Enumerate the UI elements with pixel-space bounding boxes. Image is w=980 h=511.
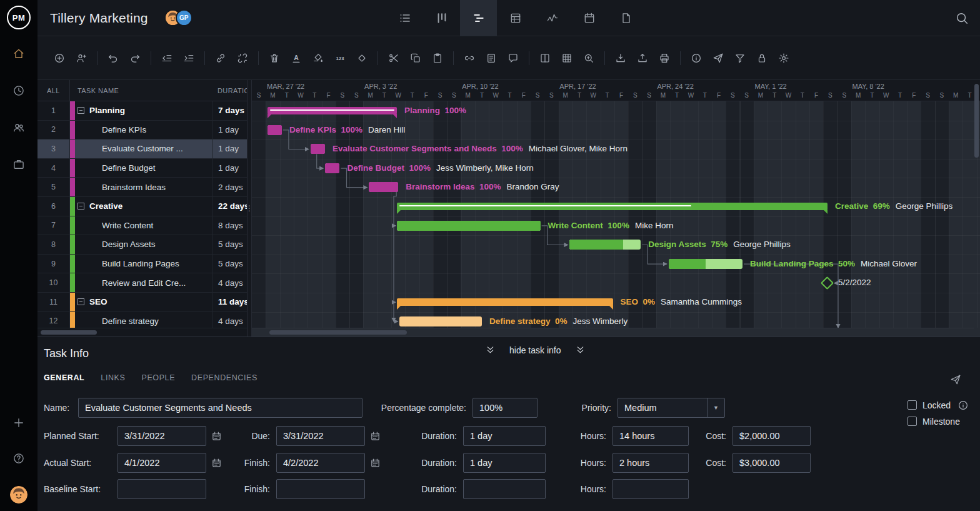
calendar-icon[interactable] bbox=[370, 428, 385, 443]
task-duration-cell[interactable]: 4 days bbox=[212, 273, 247, 292]
task-name-cell[interactable]: Evaluate Customer ... bbox=[75, 139, 212, 158]
table-row[interactable]: 3Evaluate Customer ...1 day bbox=[38, 139, 247, 159]
import-icon[interactable] bbox=[612, 50, 629, 66]
gantt-horizontal-scrollbar[interactable] bbox=[252, 328, 974, 336]
table-row[interactable]: 5Brainstorm Ideas2 days bbox=[38, 178, 247, 197]
task-name-input[interactable] bbox=[78, 398, 362, 418]
rail-home-icon[interactable] bbox=[11, 46, 27, 62]
table-row[interactable]: 11SEO11 days bbox=[38, 293, 247, 312]
task-name-cell[interactable]: Brainstorm Ideas bbox=[75, 178, 212, 196]
duration-input-row2[interactable] bbox=[463, 453, 546, 473]
activity-view-icon[interactable] bbox=[534, 0, 571, 36]
gantt-task-bar[interactable] bbox=[325, 163, 339, 173]
gantt-task-bar[interactable] bbox=[669, 259, 742, 269]
milestone-icon[interactable] bbox=[354, 50, 370, 66]
table-row[interactable]: 12Define strategy4 days bbox=[38, 312, 247, 328]
task-name-cell[interactable]: Creative bbox=[75, 197, 212, 216]
redo-icon[interactable] bbox=[127, 50, 143, 66]
table-row[interactable]: 9Build Landing Pages5 days bbox=[38, 255, 247, 274]
gantt-task-bar[interactable] bbox=[369, 182, 398, 192]
task-name-cell[interactable]: Write Content bbox=[75, 216, 212, 235]
board-view-icon[interactable] bbox=[423, 0, 460, 36]
indent-icon[interactable] bbox=[181, 50, 197, 66]
gantt-view-icon[interactable] bbox=[460, 0, 497, 36]
comment-icon[interactable] bbox=[505, 50, 521, 66]
task-name-cell[interactable]: Review and Edit Cre... bbox=[75, 273, 212, 292]
gantt-summary-bar[interactable] bbox=[397, 203, 828, 210]
rail-add-icon[interactable] bbox=[11, 415, 27, 431]
app-logo[interactable]: PM bbox=[7, 6, 31, 29]
gantt-scroll-thumb[interactable] bbox=[269, 330, 407, 335]
cost-input-row1[interactable] bbox=[732, 426, 811, 446]
rail-portfolio-icon[interactable] bbox=[11, 156, 27, 173]
duration-column-header[interactable]: DURATION bbox=[218, 80, 247, 101]
cost-input-row2[interactable] bbox=[732, 453, 811, 473]
finish-input-row3[interactable] bbox=[276, 479, 365, 499]
task-duration-cell[interactable]: 1 day bbox=[212, 121, 247, 139]
link-tasks-icon[interactable] bbox=[212, 50, 229, 66]
rail-team-icon[interactable] bbox=[11, 119, 27, 136]
fill-color-icon[interactable] bbox=[310, 50, 326, 66]
columns-icon[interactable] bbox=[537, 50, 553, 66]
user-avatar[interactable] bbox=[10, 486, 28, 503]
table-scroll-thumb[interactable] bbox=[41, 330, 97, 335]
gantt-task-bar[interactable] bbox=[311, 144, 325, 154]
rail-help-icon[interactable] bbox=[11, 450, 27, 467]
table-row[interactable]: 10Review and Edit Cre...4 days bbox=[38, 273, 247, 293]
task-duration-cell[interactable]: 8 days bbox=[212, 216, 247, 235]
task-duration-cell[interactable]: 7 days bbox=[212, 101, 247, 120]
tab-dependencies[interactable]: DEPENDENCIES bbox=[191, 373, 258, 382]
unlink-tasks-icon[interactable] bbox=[234, 50, 251, 66]
due-input-row1[interactable] bbox=[276, 426, 365, 446]
collapse-icon[interactable] bbox=[78, 107, 84, 114]
lock-icon[interactable] bbox=[754, 50, 770, 66]
calendar-view-icon[interactable] bbox=[571, 0, 608, 36]
outdent-icon[interactable] bbox=[159, 50, 175, 66]
filter-all-button[interactable]: ALL bbox=[38, 80, 70, 101]
task-duration-cell[interactable]: 11 days bbox=[212, 293, 247, 311]
table-row[interactable]: 2Define KPIs1 day bbox=[38, 121, 247, 140]
paste-icon[interactable] bbox=[429, 50, 446, 66]
settings-icon[interactable] bbox=[776, 50, 792, 66]
task-duration-cell[interactable]: 5 days bbox=[212, 255, 247, 273]
task-name-cell[interactable]: Define strategy bbox=[75, 312, 212, 328]
calendar-icon[interactable] bbox=[370, 455, 385, 470]
filter-icon[interactable] bbox=[732, 50, 748, 66]
task-name-cell[interactable]: Define KPIs bbox=[75, 121, 212, 139]
export-icon[interactable] bbox=[634, 50, 651, 66]
send-plane-icon[interactable] bbox=[950, 372, 965, 387]
planned-start-input-row1[interactable] bbox=[118, 426, 206, 446]
panel-splitter-handle[interactable]: ⋮ bbox=[247, 80, 252, 336]
rail-clock-icon[interactable] bbox=[11, 83, 27, 99]
tab-people[interactable]: PEOPLE bbox=[141, 373, 175, 382]
info-icon[interactable] bbox=[688, 50, 704, 66]
page-view-icon[interactable] bbox=[608, 0, 644, 36]
table-horizontal-scrollbar[interactable] bbox=[38, 328, 247, 336]
format-text-icon[interactable]: A bbox=[288, 50, 304, 66]
table-row[interactable]: 4Define Budget1 day bbox=[38, 159, 247, 178]
actual-start-input-row2[interactable] bbox=[118, 453, 206, 473]
gantt-task-bar[interactable] bbox=[268, 125, 282, 135]
table-row[interactable]: 6Creative22 days bbox=[38, 197, 247, 216]
task-duration-cell[interactable]: 1 day bbox=[212, 159, 247, 178]
copy-icon[interactable] bbox=[408, 50, 424, 66]
finish-input-row2[interactable] bbox=[276, 453, 365, 473]
task-name-cell[interactable]: Planning bbox=[75, 101, 212, 120]
gantt-task-bar[interactable] bbox=[569, 240, 641, 250]
gantt-summary-bar[interactable] bbox=[268, 107, 397, 114]
share-icon[interactable] bbox=[710, 50, 726, 66]
task-name-column-header[interactable]: TASK NAME bbox=[78, 80, 119, 101]
table-row[interactable]: 7Write Content8 days bbox=[38, 216, 247, 236]
task-name-cell[interactable]: SEO bbox=[75, 293, 212, 311]
gantt-task-bar[interactable] bbox=[399, 316, 482, 326]
assign-person-icon[interactable] bbox=[73, 50, 89, 66]
task-duration-cell[interactable]: 22 days bbox=[212, 197, 247, 216]
duration-input-row1[interactable] bbox=[463, 426, 546, 446]
sheet-view-icon[interactable] bbox=[497, 0, 534, 36]
search-icon[interactable] bbox=[955, 11, 970, 26]
numbers-icon[interactable]: 123 bbox=[332, 50, 348, 66]
percentage-complete-input[interactable] bbox=[472, 398, 538, 418]
attach-link-icon[interactable] bbox=[461, 50, 478, 66]
locked-info-icon[interactable] bbox=[958, 400, 968, 410]
task-duration-cell[interactable]: 1 day bbox=[212, 139, 247, 158]
